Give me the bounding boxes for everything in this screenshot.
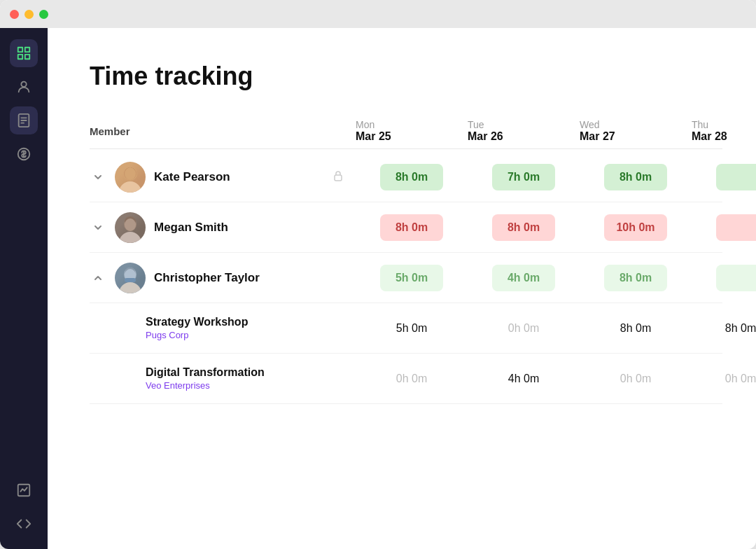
time-badge[interactable]: 8h 0m [380,164,443,190]
day-date-wed: Mar 27 [580,130,692,143]
time-cell-christopher-wed[interactable]: 8h 0m [580,265,692,291]
time-badge[interactable]: 8h 0m [604,164,667,190]
page-title: Time tracking [90,62,722,91]
client-name-strategy: Pugs Corp [146,330,356,340]
time-cell-digital-tue[interactable]: 4h 0m [468,373,580,385]
sidebar [0,28,48,549]
svg-rect-2 [18,55,22,59]
sidebar-item-user[interactable] [10,73,38,101]
time-cell-megan-mon[interactable]: 8h 0m [356,214,468,241]
time-badge[interactable]: 4h 0m [492,265,555,291]
time-badge[interactable]: 7h 0m [492,164,555,190]
time-badge[interactable] [716,164,756,190]
time-value: 0h 0m [580,373,692,385]
time-badge[interactable]: 5h 0m [380,265,443,291]
sidebar-item-chart[interactable] [10,476,38,504]
member-column-header: Member [90,125,356,137]
time-cell-strategy-wed[interactable]: 8h 0m [580,322,692,335]
time-cell-kate-thu[interactable] [692,164,756,190]
member-name-megan: Megan Smith [154,221,228,235]
svg-rect-16 [335,175,342,181]
day-name-tue: Tue [468,119,580,130]
svg-point-11 [119,181,141,193]
svg-rect-1 [25,48,29,52]
sub-row-strategy: Strategy Workshop Pugs Corp 5h 0m 0h 0m … [90,303,722,354]
time-value: 0h 0m [468,322,580,335]
time-value: 0h 0m [692,373,756,385]
time-value: 0h 0m [356,373,468,385]
sub-row-digital: Digital Transformation Veo Enterprises 0… [90,354,722,404]
svg-point-15 [125,167,136,180]
col-header-tue: Tue Mar 26 [468,119,580,143]
day-date-thu: Mar 28 [692,130,756,143]
expand-kate-button[interactable] [90,169,106,186]
sidebar-item-grid[interactable] [10,39,38,67]
time-cell-kate-tue[interactable]: 7h 0m [468,164,580,190]
time-cell-megan-thu[interactable] [692,214,756,241]
svg-point-4 [21,82,26,87]
app-body: Time tracking Member Mon Mar 25 Tue Mar … [0,28,756,549]
table-header: Member Mon Mar 25 Tue Mar 26 Wed Mar 27 [90,119,722,149]
time-badge[interactable]: 8h 0m [380,214,443,241]
time-badge[interactable] [716,214,756,241]
time-cell-strategy-thu[interactable]: 8h 0m [692,322,756,335]
day-name-mon: Mon [356,119,468,130]
col-header-wed: Wed Mar 27 [580,119,692,143]
time-badge[interactable]: 8h 0m [492,214,555,241]
table-row: Kate Pearson 8h 0m 7h 0m [90,152,722,202]
time-cell-strategy-mon[interactable]: 5h 0m [356,322,468,335]
time-value: 8h 0m [692,322,756,335]
time-cell-christopher-mon[interactable]: 5h 0m [356,265,468,291]
app-window: Time tracking Member Mon Mar 25 Tue Mar … [0,0,756,549]
day-date-tue: Mar 26 [468,130,580,143]
time-value: 4h 0m [468,373,580,385]
avatar-christopher [115,263,146,293]
time-cell-digital-thu[interactable]: 0h 0m [692,373,756,385]
svg-point-17 [119,232,141,243]
close-button[interactable] [10,10,19,19]
client-name-digital: Veo Enterprises [146,380,356,391]
project-name-digital: Digital Transformation [146,366,356,379]
day-name-thu: Thu [692,119,756,130]
sub-member-cell-digital: Digital Transformation Veo Enterprises [90,366,356,391]
day-date-mon: Mar 25 [356,130,468,143]
time-badge[interactable]: 8h 0m [604,265,667,291]
svg-point-21 [119,282,141,293]
svg-point-20 [125,218,136,231]
avatar-megan [115,212,146,243]
day-name-wed: Wed [580,119,692,130]
titlebar [0,0,756,28]
member-cell-christopher: Christopher Taylor [90,263,356,293]
time-cell-christopher-thu[interactable] [692,265,756,291]
time-cell-digital-mon[interactable]: 0h 0m [356,373,468,385]
time-tracking-table: Member Mon Mar 25 Tue Mar 26 Wed Mar 27 [90,119,722,404]
maximize-button[interactable] [39,10,48,19]
time-cell-digital-wed[interactable]: 0h 0m [580,373,692,385]
time-cell-christopher-tue[interactable]: 4h 0m [468,265,580,291]
avatar-kate [115,162,146,193]
sidebar-item-coin[interactable] [10,140,38,168]
time-value: 5h 0m [356,322,468,335]
expand-megan-button[interactable] [90,219,106,236]
time-badge[interactable]: 10h 0m [604,214,667,241]
member-cell-kate: Kate Pearson [90,162,356,193]
sidebar-item-document[interactable] [10,106,38,134]
time-cell-kate-wed[interactable]: 8h 0m [580,164,692,190]
time-cell-megan-tue[interactable]: 8h 0m [468,214,580,241]
time-badge[interactable] [716,265,756,291]
member-cell-megan: Megan Smith [90,212,356,243]
minimize-button[interactable] [24,10,34,19]
svg-rect-25 [125,278,136,282]
time-cell-strategy-tue[interactable]: 0h 0m [468,322,580,335]
time-cell-kate-mon[interactable]: 8h 0m [356,164,468,190]
svg-rect-0 [18,48,22,52]
main-content: Time tracking Member Mon Mar 25 Tue Mar … [48,28,756,549]
sidebar-item-code[interactable] [10,510,38,538]
sub-member-cell-strategy: Strategy Workshop Pugs Corp [90,316,356,340]
col-header-mon: Mon Mar 25 [356,119,468,143]
member-name-christopher: Christopher Taylor [154,271,260,285]
sidebar-bottom [10,476,38,538]
time-cell-megan-wed[interactable]: 10h 0m [580,214,692,241]
expand-christopher-button[interactable] [90,270,106,286]
lock-icon-kate [332,169,344,185]
